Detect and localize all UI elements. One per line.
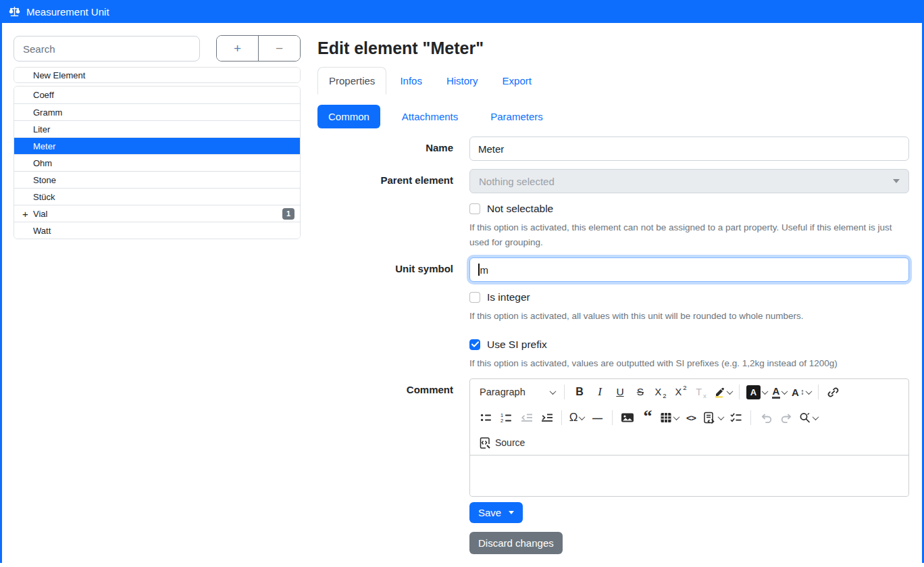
tab-history[interactable]: History: [436, 67, 489, 95]
tab-bar: Properties Infos History Export: [317, 67, 909, 95]
toolbar-separator: [612, 410, 613, 425]
table-icon: [660, 412, 672, 424]
tab-infos[interactable]: Infos: [389, 67, 433, 95]
insert-image-button[interactable]: [617, 408, 638, 428]
subtab-attachments[interactable]: Attachments: [391, 105, 469, 128]
list-item[interactable]: Coeff: [14, 87, 300, 103]
code-block-icon: [703, 412, 717, 424]
underline-button[interactable]: U: [610, 382, 630, 402]
list-item[interactable]: Watt: [14, 222, 300, 239]
remove-format-icon: T: [696, 387, 702, 397]
link-button[interactable]: [823, 382, 844, 402]
chevron-down-icon: [579, 414, 586, 420]
list-item[interactable]: Liter: [14, 120, 300, 137]
strikethrough-icon: S: [637, 386, 644, 398]
editor-toolbar-row-1: Paragraph B I U S X2 X2 Tx: [470, 379, 908, 405]
use-si-prefix-checkbox[interactable]: [469, 339, 480, 350]
name-field[interactable]: [469, 137, 909, 161]
save-button[interactable]: Save: [469, 502, 523, 523]
special-characters-button[interactable]: Ω: [567, 408, 587, 428]
unit-symbol-field[interactable]: m: [469, 257, 909, 282]
subscript-small: 2: [663, 392, 666, 399]
tab-export[interactable]: Export: [492, 67, 542, 95]
is-integer-checkbox[interactable]: [469, 292, 480, 303]
parent-element-select[interactable]: Nothing selected: [469, 169, 909, 193]
list-item-label: Stück: [33, 192, 55, 202]
window-border-left: [0, 23, 2, 563]
is-integer-help: If this option is activated, all values …: [469, 309, 909, 324]
toolbar-separator: [818, 385, 819, 399]
edit-form: Name Parent element Nothing selected Not…: [317, 137, 909, 554]
font-size-button[interactable]: A ↕: [790, 382, 813, 402]
source-button[interactable]: Source: [476, 433, 529, 452]
list-item[interactable]: Stone: [14, 171, 300, 188]
superscript-button[interactable]: X2: [671, 382, 691, 402]
font-color-button[interactable]: A: [769, 382, 790, 402]
subtab-bar: Common Attachments Parameters: [317, 105, 909, 128]
italic-button[interactable]: I: [590, 382, 610, 402]
list-item-label: Vial: [33, 209, 47, 219]
editor-toolbar-row-3: Source: [470, 430, 908, 455]
horizontal-line-button[interactable]: ―: [587, 408, 607, 428]
collapse-all-button[interactable]: −: [258, 36, 300, 61]
expand-node-icon[interactable]: +: [22, 208, 28, 220]
list-item[interactable]: Ohm: [14, 154, 300, 171]
highlighter-icon: [713, 386, 725, 398]
search-input[interactable]: [14, 36, 200, 61]
editor-content-area[interactable]: [470, 455, 908, 496]
tab-properties[interactable]: Properties: [317, 67, 386, 95]
remove-format-button[interactable]: Tx: [691, 382, 711, 402]
paragraph-dropdown[interactable]: Paragraph: [476, 382, 559, 402]
dropdown-caret-icon[interactable]: [509, 511, 514, 514]
source-code-icon: [480, 437, 492, 449]
list-item-label: New Element: [33, 70, 85, 80]
superscript-small: 2: [683, 384, 686, 391]
numbered-list-button[interactable]: 1 2: [496, 408, 516, 428]
highlight-button[interactable]: [711, 382, 734, 402]
link-icon: [827, 386, 840, 399]
chevron-down-icon: [781, 388, 788, 395]
subscript-button[interactable]: X2: [650, 382, 671, 402]
list-item[interactable]: Gramm: [14, 103, 300, 120]
toolbar-separator: [739, 385, 740, 399]
expand-all-button[interactable]: +: [217, 36, 258, 61]
app-title: Measurement Unit: [26, 6, 109, 18]
list-item-label: Ohm: [33, 158, 52, 168]
list-item-new-element[interactable]: New Element: [14, 68, 300, 82]
italic-icon: I: [598, 385, 602, 399]
numbered-list-icon: 1 2: [500, 412, 512, 424]
discard-changes-button[interactable]: Discard changes: [469, 532, 563, 554]
tree-toolbar: + −: [216, 35, 301, 61]
subtab-common[interactable]: Common: [317, 105, 380, 128]
todo-list-button[interactable]: [725, 408, 746, 428]
unit-symbol-label: Unit symbol: [317, 257, 453, 370]
count-badge: 1: [282, 208, 294, 220]
svg-text:2: 2: [500, 418, 503, 424]
code-block-button[interactable]: [701, 408, 725, 428]
bold-icon: B: [575, 386, 584, 398]
block-quote-button[interactable]: “: [638, 408, 658, 428]
strikethrough-button[interactable]: S: [630, 382, 650, 402]
remove-format-small: x: [703, 392, 707, 399]
list-item-label: Watt: [33, 226, 51, 236]
list-item[interactable]: + Vial 1: [14, 205, 300, 222]
list-item-selected[interactable]: Meter: [14, 137, 300, 154]
rich-text-editor: Paragraph B I U S X2 X2 Tx: [469, 378, 909, 497]
subscript-icon: X: [655, 387, 662, 397]
undo-button[interactable]: [756, 408, 776, 428]
inline-code-button[interactable]: <>: [681, 408, 701, 428]
list-item[interactable]: Stück: [14, 188, 300, 205]
chevron-down-icon: [813, 414, 819, 420]
element-list: Coeff Gramm Liter Meter Ohm Stone Stück …: [14, 86, 301, 239]
redo-button[interactable]: [776, 408, 796, 428]
not-selectable-checkbox[interactable]: [469, 203, 480, 214]
bold-button[interactable]: B: [569, 382, 590, 402]
font-background-button[interactable]: A: [744, 382, 769, 402]
subtab-parameters[interactable]: Parameters: [480, 105, 554, 128]
insert-table-button[interactable]: [658, 408, 681, 428]
bulleted-list-button[interactable]: [476, 408, 496, 428]
outdent-button[interactable]: [516, 408, 536, 428]
indent-button[interactable]: [536, 408, 557, 428]
find-and-replace-button[interactable]: [796, 408, 820, 428]
unit-symbol-value: m: [480, 264, 489, 276]
